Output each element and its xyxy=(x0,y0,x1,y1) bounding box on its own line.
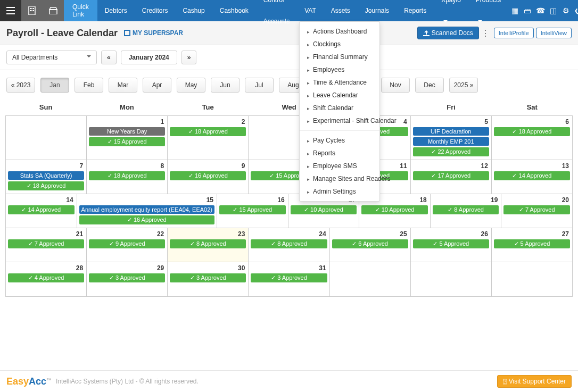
calendar-event[interactable]: 15 Approved xyxy=(219,205,286,214)
dropdown-item[interactable]: Shift Calendar xyxy=(300,102,379,114)
dropdown-item[interactable]: Actions Dashboard xyxy=(300,25,379,38)
calendar-event[interactable]: 5 Approved xyxy=(494,239,570,248)
month-tab-nov[interactable]: Nov xyxy=(381,78,410,93)
calendar-cell[interactable]: 1217 Approved xyxy=(411,160,492,194)
calendar-cell[interactable]: 15Annual employment equity report (EEA04… xyxy=(77,194,217,228)
dropdown-item[interactable]: Financial Summary xyxy=(300,51,379,63)
next-month-button[interactable]: » xyxy=(181,51,197,64)
calendar-cell[interactable]: 1615 Approved xyxy=(217,194,288,228)
calendar-cell[interactable]: 284 Approved xyxy=(6,262,87,296)
nav-journals[interactable]: Journals xyxy=(358,0,397,21)
dropdown-item[interactable]: Employee SMS xyxy=(300,160,379,172)
calendar-cell[interactable] xyxy=(411,262,492,296)
gear-icon[interactable]: ⚙ xyxy=(559,6,572,15)
month-tab-dec[interactable]: Dec xyxy=(415,78,444,93)
calendar-event[interactable]: 22 Approved xyxy=(413,147,489,156)
calendar-event[interactable]: 6 Approved xyxy=(332,239,408,248)
nav-creditors[interactable]: Creditors xyxy=(135,0,176,21)
calendar-cell[interactable]: 1New Years Day15 Approved xyxy=(87,116,168,160)
calendar-event[interactable]: 7 Approved xyxy=(503,205,570,214)
month-tab-jul[interactable]: Jul xyxy=(245,78,274,93)
calendar-event[interactable]: 10 Approved xyxy=(291,205,357,214)
dropdown-item[interactable]: Leave Calendar xyxy=(300,89,379,102)
calendar-cell[interactable]: 229 Approved xyxy=(87,228,168,262)
calendar-event[interactable]: New Years Day xyxy=(89,127,165,136)
calendar-cell[interactable]: 218 Approved xyxy=(168,116,249,160)
calendar-cell[interactable]: 5UIF DeclarationMonthly EMP 20122 Approv… xyxy=(411,116,492,160)
calendar-cell[interactable]: 275 Approved xyxy=(492,228,572,262)
calendar-cell[interactable]: 7Stats SA (Quarterly)18 Approved xyxy=(6,160,87,194)
nav-vat[interactable]: VAT xyxy=(297,0,324,21)
dropdown-item[interactable]: Time & Attendance xyxy=(300,76,379,89)
calendar-cell[interactable]: 198 Approved xyxy=(431,194,502,228)
month-tab-2025 »[interactable]: 2025 » xyxy=(449,78,478,93)
month-tab-« 2023[interactable]: « 2023 xyxy=(6,78,35,93)
nav-cashbook[interactable]: Cashbook xyxy=(212,0,256,21)
nav-xpaylo[interactable]: Xpaylo xyxy=(434,0,468,32)
calendar-event[interactable]: 16 Approved xyxy=(79,215,214,224)
calendar-cell[interactable]: 265 Approved xyxy=(411,228,492,262)
calendar-event[interactable]: Stats SA (Quarterly) xyxy=(8,171,84,180)
dropdown-item[interactable]: Experimental - Shift Calendar xyxy=(300,114,379,127)
dropdown-item[interactable]: Employees xyxy=(300,63,379,76)
calendar-cell[interactable]: 248 Approved xyxy=(249,228,329,262)
dropdown-item[interactable]: Reports xyxy=(300,147,379,160)
nav-products[interactable]: Products xyxy=(468,0,508,32)
month-tab-apr[interactable]: Apr xyxy=(143,78,171,93)
quick-link[interactable]: Quick Link xyxy=(64,0,97,21)
calendar-event[interactable]: 14 Approved xyxy=(494,171,570,180)
calendar-event[interactable]: 18 Approved xyxy=(8,181,84,190)
calendar-event[interactable]: 3 Approved xyxy=(89,273,165,282)
calendar-cell[interactable]: 1414 Approved xyxy=(6,194,77,228)
month-tab-may[interactable]: May xyxy=(177,78,205,93)
intelliview-button[interactable]: IntelliView xyxy=(536,28,572,38)
nav-reports[interactable]: Reports xyxy=(397,0,434,21)
dropdown-item[interactable]: Manage Sites and Readers xyxy=(300,172,379,185)
month-tab-mar[interactable]: Mar xyxy=(109,78,137,93)
calendar-event[interactable]: Monthly EMP 201 xyxy=(413,137,489,146)
dropdown-item[interactable]: Admin Settings xyxy=(300,185,379,198)
calendar-event[interactable]: 15 Approved xyxy=(89,137,165,146)
month-tab-jun[interactable]: Jun xyxy=(211,78,240,93)
calendar-event[interactable]: 17 Approved xyxy=(413,171,489,180)
month-tab-jan[interactable]: Jan xyxy=(40,78,69,93)
calendar-cell[interactable]: 1314 Approved xyxy=(492,160,572,194)
calendar-event[interactable]: 7 Approved xyxy=(8,239,84,248)
building-icon[interactable] xyxy=(21,0,43,21)
calendar-cell[interactable]: 818 Approved xyxy=(87,160,168,194)
nav-control-accounts[interactable]: Control Accounts xyxy=(256,0,297,32)
calendar-event[interactable]: 18 Approved xyxy=(89,171,165,180)
power-icon[interactable]: ⏻ xyxy=(572,6,578,15)
calendar-event[interactable]: 8 Approved xyxy=(170,239,246,248)
calendar-cell[interactable]: 293 Approved xyxy=(87,262,168,296)
calendar-cell[interactable]: 207 Approved xyxy=(501,194,572,228)
month-tab-feb[interactable]: Feb xyxy=(75,78,103,93)
calendar-event[interactable]: 5 Approved xyxy=(413,239,489,248)
hamburger-icon[interactable] xyxy=(0,0,21,21)
card-icon[interactable]: ▦ xyxy=(508,6,521,15)
calendar-event[interactable]: 16 Approved xyxy=(170,171,246,180)
calendar-event[interactable]: UIF Declaration xyxy=(413,127,489,136)
calendar-cell[interactable] xyxy=(492,262,572,296)
store-icon[interactable] xyxy=(43,0,64,21)
calendar-event[interactable]: 10 Approved xyxy=(361,205,428,214)
window-icon[interactable]: ◫ xyxy=(547,6,559,15)
calendar-cell[interactable] xyxy=(6,116,87,160)
calendar-event[interactable]: 8 Approved xyxy=(433,205,499,214)
calendar-cell[interactable]: 916 Approved xyxy=(168,160,249,194)
nav-cashup[interactable]: Cashup xyxy=(175,0,212,21)
calendar-cell[interactable]: 238 Approved xyxy=(168,228,249,262)
calendar-event[interactable]: 18 Approved xyxy=(494,127,570,136)
calendar-cell[interactable]: 256 Approved xyxy=(330,228,411,262)
calendar-cell[interactable]: 313 Approved xyxy=(249,262,329,296)
nav-assets[interactable]: Assets xyxy=(324,0,358,21)
calendar-event[interactable]: 8 Approved xyxy=(251,239,327,248)
calendar-cell[interactable]: 217 Approved xyxy=(6,228,87,262)
calendar-event[interactable]: 3 Approved xyxy=(251,273,327,282)
calendar-event[interactable]: 14 Approved xyxy=(8,205,75,214)
dropdown-item[interactable]: Clockings xyxy=(300,38,379,51)
calendar-cell[interactable]: 303 Approved xyxy=(168,262,249,296)
calendar-cell[interactable]: 618 Approved xyxy=(492,116,572,160)
prev-month-button[interactable]: « xyxy=(101,51,117,64)
dropdown-item[interactable]: Pay Cycles xyxy=(300,134,379,147)
